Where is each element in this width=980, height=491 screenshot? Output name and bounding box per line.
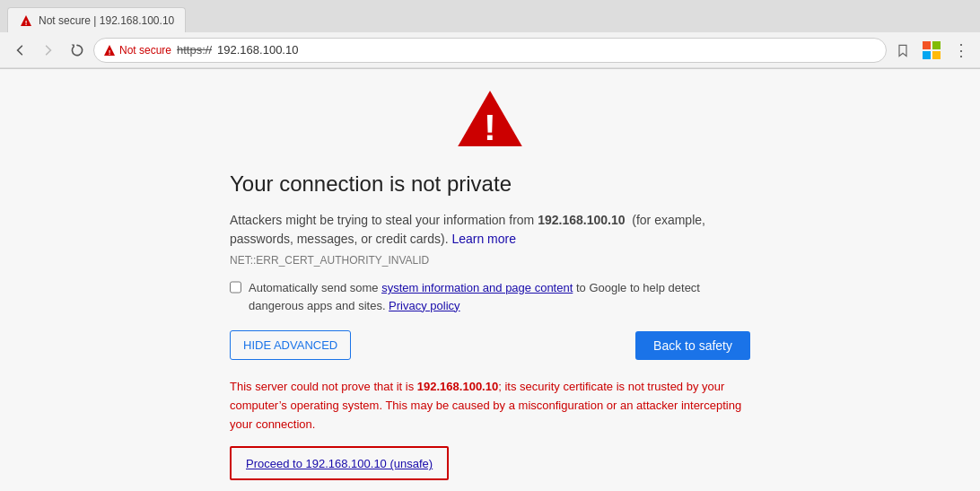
main-content-area: Your connection is not private Attackers… bbox=[230, 171, 750, 480]
bookmark-button[interactable] bbox=[890, 38, 915, 63]
description-domain: 192.168.100.10 bbox=[538, 213, 625, 227]
active-tab[interactable]: ! Not secure | 192.168.100.10 bbox=[7, 7, 186, 32]
proceed-link[interactable]: Proceed to 192.168.100.10 (unsafe) bbox=[246, 457, 433, 470]
reload-button[interactable] bbox=[65, 38, 90, 63]
back-to-safety-button[interactable]: Back to safety bbox=[635, 331, 750, 360]
security-label: Not secure bbox=[119, 44, 171, 57]
advanced-description: This server could not prove that it is 1… bbox=[230, 378, 750, 434]
description-start: Attackers might be trying to steal your … bbox=[230, 213, 538, 227]
windows-icon bbox=[923, 41, 941, 59]
learn-more-link[interactable]: Learn more bbox=[451, 232, 516, 246]
description: Attackers might be trying to steal your … bbox=[230, 211, 750, 249]
address-strikethrough: https:// bbox=[177, 43, 212, 57]
warning-icon: ! bbox=[454, 87, 526, 171]
svg-text:!: ! bbox=[109, 48, 111, 56]
back-button[interactable] bbox=[7, 38, 32, 63]
privacy-policy-link[interactable]: Privacy policy bbox=[389, 299, 459, 312]
checkbox-row: Automatically send some system informati… bbox=[230, 279, 750, 314]
advanced-text-start: This server could not prove that it is bbox=[230, 380, 417, 393]
tab-label: Not secure | 192.168.100.10 bbox=[39, 14, 174, 27]
checkbox-label-start: Automatically send some bbox=[249, 281, 381, 294]
checkbox-label: Automatically send some system informati… bbox=[249, 279, 750, 314]
nav-bar: ! Not secure https:// 192.168.100.10 ⋮ bbox=[0, 32, 980, 68]
security-indicator: ! Not secure bbox=[103, 44, 171, 57]
advanced-domain: 192.168.100.10 bbox=[417, 380, 498, 393]
tab-icon: ! bbox=[19, 13, 33, 28]
send-info-checkbox[interactable] bbox=[230, 281, 241, 294]
page-content: ! Your connection is not private Attacke… bbox=[0, 69, 980, 491]
proceed-link-container: Proceed to 192.168.100.10 (unsafe) bbox=[230, 446, 449, 480]
svg-text:!: ! bbox=[484, 107, 496, 148]
menu-button[interactable]: ⋮ bbox=[948, 38, 973, 63]
forward-button[interactable] bbox=[36, 38, 61, 63]
address-url: 192.168.100.10 bbox=[217, 43, 298, 57]
page-title: Your connection is not private bbox=[230, 171, 750, 197]
tab-bar: ! Not secure | 192.168.100.10 bbox=[0, 0, 980, 32]
svg-text:!: ! bbox=[25, 19, 28, 27]
hide-advanced-button[interactable]: HIDE ADVANCED bbox=[230, 330, 351, 360]
system-info-link[interactable]: system information and page content bbox=[381, 281, 573, 294]
buttons-row: HIDE ADVANCED Back to safety bbox=[230, 330, 750, 360]
error-code: NET::ERR_CERT_AUTHORITY_INVALID bbox=[230, 254, 750, 267]
browser-chrome: ! Not secure | 192.168.100.10 ! Not secu… bbox=[0, 0, 980, 69]
address-bar[interactable]: ! Not secure https:// 192.168.100.10 bbox=[93, 38, 887, 63]
